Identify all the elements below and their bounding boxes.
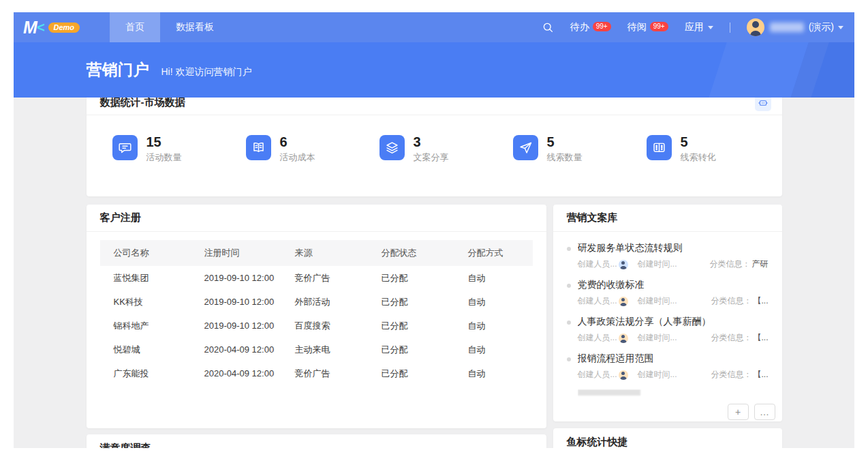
column-header: 注册时间 (191, 247, 281, 259)
tab-home[interactable]: 首页 (110, 12, 160, 42)
document-link[interactable]: 党费的收缴标准 (578, 279, 769, 291)
cell-method: 自动 (454, 296, 533, 308)
tab-home-label: 首页 (125, 21, 144, 33)
cell-status: 已分配 (368, 368, 454, 380)
cell-status: 已分配 (368, 272, 454, 284)
stat-activity-cost: 6 活动成本 (246, 135, 379, 164)
bullet-dot-icon (567, 247, 571, 251)
chevron-down-icon (838, 26, 843, 29)
stat-value: 3 (414, 135, 449, 149)
copy-library-card: 营销文案库 研发服务单状态流转规则 创建人员... (553, 205, 782, 421)
column-header: 分配方式 (454, 247, 533, 259)
stat-activity-count: 15 活动数量 (112, 135, 246, 164)
brand-logo[interactable]: M < Demo (23, 18, 80, 38)
document-link[interactable]: 人事政策法规分享（人事薪酬） (578, 316, 769, 328)
user-menu[interactable]: (演示) (747, 18, 843, 36)
category-label: 分类信息： (711, 370, 751, 379)
customer-card-title: 客户注册 (100, 211, 141, 224)
stat-label: 线索转化 (681, 151, 716, 164)
welcome-message: Hi! 欢迎访问营销门户 (161, 61, 252, 78)
cell-status: 已分配 (368, 296, 454, 308)
cell-status: 已分配 (368, 344, 454, 356)
cell-source: 外部活动 (281, 296, 368, 308)
library-actions: + … (553, 401, 782, 420)
page-title: 营销门户 (87, 59, 149, 80)
todo-label: 待办 (570, 21, 589, 33)
tab-data-dashboard[interactable]: 数据看板 (160, 12, 230, 42)
stat-label: 文案分享 (414, 151, 449, 164)
camera-icon (758, 98, 769, 108)
stat-value: 5 (547, 135, 583, 149)
cell-time: 2019-09-10 12:00 (191, 321, 281, 331)
main-content: 数据统计-市场数据 (14, 98, 854, 448)
stat-value: 5 (681, 135, 716, 149)
to-read-menu-item[interactable]: 待阅 99+ (627, 21, 668, 33)
cell-method: 自动 (454, 368, 533, 380)
apps-menu-item[interactable]: 应用 (685, 21, 713, 33)
stat-label: 活动数量 (146, 151, 182, 164)
category-value: 产研 (752, 259, 769, 269)
cell-source: 竞价广告 (281, 272, 368, 284)
creator-avatar (619, 260, 628, 269)
stats-card-title: 数据统计-市场数据 (100, 98, 185, 109)
book-icon (246, 135, 271, 160)
bullet-dot-icon (567, 284, 571, 288)
more-button[interactable]: … (754, 404, 775, 420)
cell-time: 2019-09-10 12:00 (191, 297, 281, 307)
list-item: 人事政策法规分享（人事薪酬） 创建人员... 创建时间... 分类信息：【... (567, 316, 769, 344)
customer-register-card: 客户注册 公司名称 注册时间 来源 分配状态 分配方式 蓝悦集团 (87, 205, 546, 428)
cell-time: 2020-04-09 12:00 (191, 368, 281, 378)
cell-company: 广东能投 (100, 368, 191, 380)
top-navbar: M < Demo 首页 数据看板 待办 99+ 待阅 99+ (14, 12, 854, 42)
creator-avatar (619, 333, 628, 343)
cell-method: 自动 (454, 272, 533, 284)
creator-avatar (619, 370, 628, 380)
column-header: 公司名称 (100, 247, 191, 259)
cell-source: 主动来电 (281, 344, 368, 356)
search-button[interactable] (542, 21, 554, 33)
create-time-label: 创建时间... (638, 295, 677, 307)
portal-banner: 营销门户 Hi! 欢迎访问营销门户 (14, 42, 854, 98)
chat-icon (112, 135, 138, 160)
satisfaction-card-title: 满意度调查 (100, 442, 151, 449)
stats-card: 数据统计-市场数据 (87, 98, 782, 196)
category-value: 【... (753, 370, 768, 379)
column-header: 来源 (281, 247, 368, 259)
chevron-down-icon (708, 26, 713, 29)
apps-label: 应用 (685, 21, 704, 33)
to-read-label: 待阅 (627, 21, 647, 33)
list-item: 党费的收缴标准 创建人员... 创建时间... 分类信息：【... (567, 279, 769, 307)
tab-data-dashboard-label: 数据看板 (176, 21, 214, 33)
cell-source: 竞价广告 (281, 368, 368, 380)
document-link[interactable]: 报销流程适用范围 (578, 353, 769, 365)
table-row: KK科技 2019-09-10 12:00 外部活动 已分配 自动 (100, 290, 533, 314)
customer-table: 公司名称 注册时间 来源 分配状态 分配方式 蓝悦集团 2019-09-10 1… (100, 240, 533, 385)
library-list: 研发服务单状态流转规则 创建人员... 创建时间... 分类信息：产研 (553, 232, 782, 397)
navbar-right: 待办 99+ 待阅 99+ 应用 (演示) (542, 18, 854, 36)
stat-label: 线索数量 (547, 151, 583, 164)
table-header-row: 公司名称 注册时间 来源 分配状态 分配方式 (100, 240, 533, 266)
category-value: 【... (753, 333, 768, 342)
todo-menu-item[interactable]: 待办 99+ (570, 21, 611, 33)
stat-label: 活动成本 (280, 151, 315, 164)
cell-method: 自动 (454, 344, 533, 356)
list-item: 报销流程适用范围 创建人员... 创建时间... 分类信息：【... (567, 353, 769, 381)
to-read-count-badge: 99+ (650, 22, 668, 31)
library-card-title: 营销文案库 (567, 211, 618, 224)
column-header: 分配状态 (368, 247, 454, 259)
cell-source: 百度搜索 (281, 320, 368, 332)
creator-label: 创建人员... (578, 332, 617, 344)
cell-company: 锦科地产 (100, 320, 191, 332)
clipped-list-item (578, 389, 769, 397)
demo-badge: Demo (48, 23, 80, 33)
camera-button[interactable] (755, 98, 771, 111)
category-label: 分类信息： (711, 296, 751, 306)
bullet-dot-icon (567, 357, 571, 361)
stat-value: 15 (146, 135, 182, 149)
document-link[interactable]: 研发服务单状态流转规则 (578, 242, 769, 254)
cell-time: 2020-04-09 12:00 (191, 344, 281, 355)
stats-shortcut-card: 鱼标统计快捷 (553, 428, 782, 448)
contact-card-icon (647, 135, 672, 160)
add-button[interactable]: + (728, 404, 749, 420)
category-label: 分类信息： (711, 333, 751, 342)
